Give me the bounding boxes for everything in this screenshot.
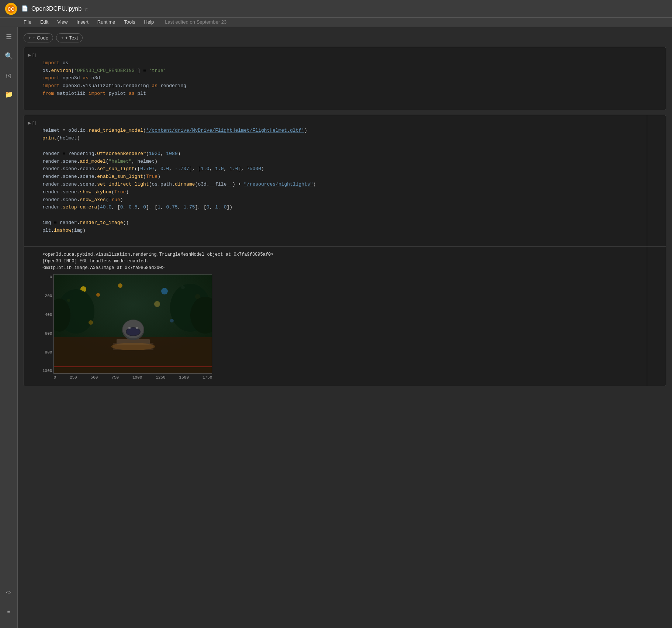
add-text-button[interactable]: + + Text <box>56 33 83 42</box>
menu-file[interactable]: File <box>22 18 33 25</box>
plot-x-axis: 0 250 500 750 1000 1250 1500 1750 <box>53 374 212 382</box>
x-label-250: 250 <box>70 375 77 381</box>
sidebar-code-diff-icon[interactable]: <> <box>2 586 15 599</box>
notebook-title-area: 📄 Open3DCPU.ipynb ☆ <box>21 5 88 13</box>
cell-1: ▶ [ ] import os os.environ['OPEN3D_CPU_R… <box>24 47 666 110</box>
cell-2-status: [ ] <box>32 121 36 125</box>
plot-container: 0 200 400 600 800 1000 <box>42 274 662 382</box>
plot-area: 0 250 500 750 1000 1250 1500 1750 <box>53 274 212 382</box>
svg-point-22 <box>128 327 131 329</box>
output-line-3: <matplotlib.image.AxesImage at 0x7fa9868… <box>42 265 662 271</box>
menu-view[interactable]: View <box>56 18 69 25</box>
sidebar-snippets-icon[interactable]: ≡ <box>2 605 15 618</box>
y-label-1000: 1000 <box>42 368 52 374</box>
colab-logo: CO <box>4 2 18 15</box>
y-label-800: 800 <box>42 349 52 356</box>
output-line-1: <open3d.cuda.pybind.visualization.render… <box>42 251 662 258</box>
menu-insert[interactable]: Insert <box>75 18 90 25</box>
menu-tools[interactable]: Tools <box>122 18 136 25</box>
x-label-500: 500 <box>91 375 98 381</box>
x-label-1000: 1000 <box>132 375 142 381</box>
cell-2-output: <open3d.cuda.pybind.visualization.render… <box>24 246 666 386</box>
menu-edit[interactable]: Edit <box>39 18 50 25</box>
menubar: File Edit View Insert Runtime Tools Help… <box>0 18 672 27</box>
x-label-1750: 1750 <box>202 375 212 381</box>
sidebar-toc-icon[interactable]: ☰ <box>2 30 15 44</box>
cell-2-code[interactable]: helmet = o3d.io.read_triangle_model('/co… <box>42 120 662 242</box>
y-label-200: 200 <box>42 293 52 299</box>
add-code-button[interactable]: + + Code <box>24 33 53 42</box>
plot-y-axis: 0 200 400 600 800 1000 <box>42 274 52 382</box>
cell-1-status: [ ] <box>32 53 36 57</box>
notebook-content: + + Code + + Text ▶ [ ] import os os.env… <box>18 27 672 628</box>
svg-text:CO: CO <box>8 7 15 12</box>
star-icon[interactable]: ☆ <box>84 5 88 13</box>
sidebar-variables-icon[interactable]: {x} <box>2 69 15 82</box>
sidebar-terminal-icon[interactable]: >_ <box>2 624 15 628</box>
y-label-0: 0 <box>42 274 52 280</box>
svg-point-26 <box>170 319 174 322</box>
plus-code-icon: + <box>28 35 31 41</box>
svg-point-7 <box>161 288 168 294</box>
svg-point-24 <box>111 343 155 350</box>
y-label-400: 400 <box>42 312 52 318</box>
menu-help[interactable]: Help <box>143 18 156 25</box>
plot-image <box>53 274 212 374</box>
x-label-750: 750 <box>111 375 119 381</box>
cell-1-code[interactable]: import os os.environ['OPEN3D_CPU_RENDERI… <box>42 52 662 106</box>
run-cell-1-button[interactable]: ▶ <box>28 52 31 58</box>
svg-point-6 <box>118 283 122 288</box>
notebook-title: Open3DCPU.ipynb <box>31 6 82 12</box>
run-cell-2-button[interactable]: ▶ <box>28 120 31 125</box>
sidebar-search-icon[interactable]: 🔍 <box>2 49 15 63</box>
output-line-2: [Open3D INFO] EGL headless mode enabled. <box>42 258 662 265</box>
x-label-1500: 1500 <box>179 375 189 381</box>
add-cell-toolbar: + + Code + + Text <box>24 30 666 47</box>
last-edited-text: Last edited on September 23 <box>165 19 226 25</box>
svg-point-5 <box>96 293 100 297</box>
sidebar: ☰ 🔍 {x} 📁 <> ≡ >_ <box>0 27 18 628</box>
drive-icon: 📄 <box>21 5 28 12</box>
sidebar-files-icon[interactable]: 📁 <box>2 88 15 101</box>
x-label-0: 0 <box>53 375 56 381</box>
menu-runtime[interactable]: Runtime <box>96 18 117 25</box>
svg-point-23 <box>136 327 138 329</box>
svg-point-27 <box>154 301 160 307</box>
cell-2: ▶ [ ] helmet = o3d.io.read_triangle_mode… <box>24 115 666 386</box>
svg-point-21 <box>127 328 140 335</box>
svg-point-25 <box>89 320 93 325</box>
x-label-1250: 1250 <box>156 375 165 381</box>
y-label-600: 600 <box>42 331 52 337</box>
plus-text-icon: + <box>61 35 64 41</box>
